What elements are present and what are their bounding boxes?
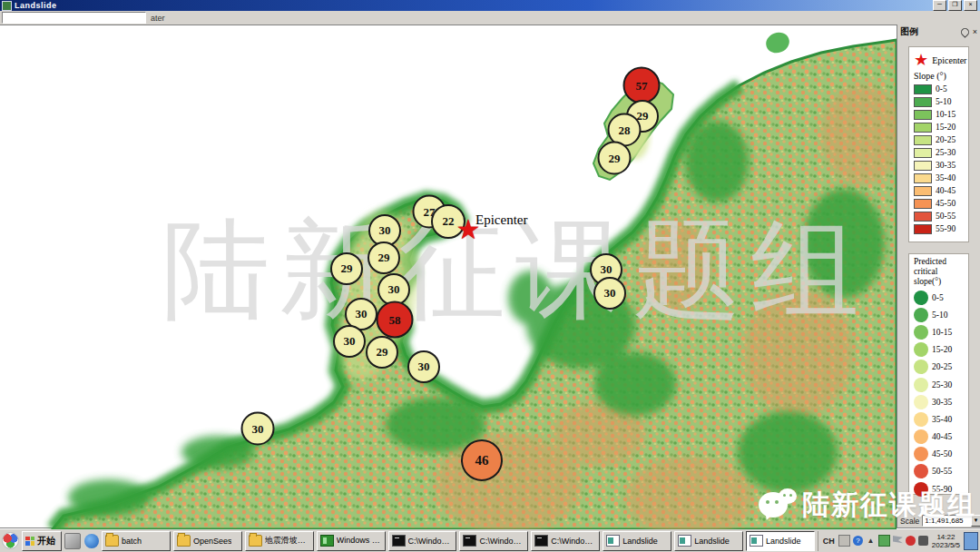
slope-raster-map — [0, 25, 897, 529]
slope-legend-rows: 0-5 5-10 10-15 15-20 — [914, 83, 968, 235]
minimize-button[interactable]: ─ — [933, 0, 946, 11]
toolbar: ater — [0, 11, 980, 25]
printer-tray-icon[interactable] — [838, 535, 850, 547]
slope-marker[interactable]: 29 — [598, 142, 632, 175]
maximize-button[interactable]: ❐ — [948, 0, 962, 11]
marker-value: 30 — [252, 421, 264, 436]
slope-marker[interactable]: 46 — [461, 439, 503, 481]
taskbar-window-button[interactable]: Landslide — [603, 531, 671, 551]
bottom-watermark: 陆新征课题组 — [759, 487, 976, 524]
taskbar-window-button[interactable]: C:\Windows\s... — [531, 531, 600, 551]
legend-range-label: 10-15 — [936, 110, 956, 119]
legend-close-icon[interactable]: × — [973, 28, 977, 36]
legend-color-swatch — [914, 148, 932, 158]
clock: 14:22 2023/5/5 — [932, 533, 960, 549]
legend-color-swatch — [914, 84, 932, 94]
help-tray-icon[interactable]: ? — [853, 536, 863, 546]
slope-marker[interactable]: 30 — [593, 277, 626, 310]
input-language-indicator[interactable]: CH — [823, 537, 835, 546]
taskbar-window-label: batch — [122, 537, 142, 546]
quicklaunch-gray-icon[interactable] — [64, 533, 81, 549]
legend-color-swatch — [914, 199, 932, 209]
legend-color-swatch — [914, 110, 932, 120]
taskbar-window-label: Landslide — [694, 537, 730, 546]
legend-row: 20-25 — [914, 359, 968, 376]
marker-value: 46 — [475, 453, 489, 468]
legend-row: 30-35 — [914, 159, 968, 172]
slope-marker[interactable]: 29 — [366, 336, 398, 369]
taskbar-window-button[interactable]: OpenSees — [173, 531, 242, 551]
marker-value: 30 — [356, 307, 368, 321]
slope-marker[interactable]: 29 — [330, 252, 363, 285]
critical-slope-legend-box: Predicted critical slope(°) 0-5 5-10 10-… — [908, 253, 969, 495]
taskbar-window-button[interactable]: Landslide — [674, 531, 743, 551]
legend-epicenter-star-icon: ★ — [914, 52, 928, 68]
legend-range-label: 30-35 — [932, 398, 952, 407]
legend-range-label: 15-20 — [932, 345, 952, 354]
slope-legend-box: ★ Epicenter Slope (°) 0-5 5-10 10-15 — [908, 46, 969, 242]
slope-marker[interactable]: 29 — [368, 242, 400, 274]
quicklaunch-blue-icon[interactable] — [84, 534, 99, 548]
pin-icon[interactable] — [959, 26, 971, 38]
taskbar-window-label: C:\Windows\s... — [551, 537, 596, 546]
flag-tray-icon[interactable] — [893, 536, 903, 546]
slope-marker[interactable]: 57 — [623, 67, 661, 104]
legend-circle-swatch — [914, 464, 928, 478]
legend-range-label: 25-30 — [936, 148, 956, 157]
taskbar-window-icon — [105, 535, 119, 547]
show-desktop-button[interactable] — [964, 532, 978, 550]
slope-marker[interactable]: 30 — [407, 350, 440, 383]
legend-row: 55-90 — [914, 222, 968, 235]
marker-value: 30 — [604, 286, 616, 301]
taskbar-window-button[interactable]: C:\Windows\s... — [388, 531, 457, 551]
slope-marker[interactable]: 58 — [377, 301, 414, 339]
legend-range-label: 25-30 — [932, 380, 952, 389]
legend-range-label: 0-5 — [932, 293, 944, 302]
legend-range-label: 5-10 — [932, 310, 947, 320]
taskbar-window-label: 地震滑坡计算... — [265, 535, 310, 547]
legend-circle-swatch — [914, 395, 928, 409]
legend-circle-swatch — [914, 291, 928, 305]
green-tray-icon[interactable] — [878, 535, 890, 547]
marker-value: 29 — [378, 251, 390, 265]
taskbar: 开始 batch OpenSees 地震滑坡计算... — [0, 528, 980, 552]
map-canvas[interactable]: 陆新征课题组 ★ Epicenter 57 29 28 29 27 — [0, 25, 897, 529]
close-button[interactable]: × — [964, 0, 977, 11]
expand-tray-icon[interactable]: ▲ — [866, 536, 876, 546]
legend-color-swatch — [914, 173, 932, 183]
taskbar-window-button[interactable]: batch — [102, 531, 171, 551]
legend-row: 40-45 — [914, 429, 968, 446]
start-button[interactable]: 开始 — [22, 531, 62, 551]
quick-launch — [64, 533, 99, 549]
legend-range-label: 40-45 — [932, 432, 952, 441]
toolbar-partial-label: ater — [151, 14, 165, 23]
layer-combo-input[interactable] — [2, 12, 146, 24]
legend-row: 0-5 — [914, 289, 968, 306]
legend-row: 10-15 — [914, 108, 968, 121]
legend-row: 35-40 — [914, 172, 968, 184]
critical-legend-title-1: Predicted critical — [914, 257, 946, 276]
legend-range-label: 35-40 — [936, 173, 956, 182]
legend-color-swatch — [914, 161, 932, 171]
alert-tray-icon[interactable] — [906, 536, 916, 546]
legend-row: 25-30 — [914, 376, 968, 393]
slope-marker[interactable]: 30 — [333, 325, 366, 358]
legend-range-label: 50-55 — [936, 212, 956, 221]
legend-range-label: 15-20 — [936, 123, 956, 132]
legend-panel: 图例 × ★ Epicenter Slope (°) 0-5 5-10 — [897, 25, 980, 528]
taskbar-window-button[interactable]: C:\Windows\s... — [459, 531, 528, 551]
window-titlebar: Landslide ─ ❐ × — [0, 0, 980, 11]
taskbar-window-label: C:\Windows\s... — [479, 537, 524, 546]
taskbar-window-button[interactable]: Windows 任务... — [317, 531, 386, 551]
legend-row: 20-25 — [914, 133, 968, 146]
legend-circle-swatch — [914, 342, 928, 357]
colored-circles-app-icon[interactable] — [2, 532, 19, 549]
slope-marker[interactable]: 30 — [241, 412, 275, 446]
tray-icons: ? ▲ — [838, 535, 928, 547]
legend-row: 45-50 — [914, 197, 968, 210]
taskbar-window-button[interactable]: 地震滑坡计算... — [245, 531, 314, 551]
taskbar-window-label: Landslide — [622, 537, 658, 546]
legend-row: 15-20 — [914, 121, 968, 133]
taskbar-window-button[interactable]: Landslide — [746, 531, 815, 551]
device-tray-icon[interactable] — [918, 536, 928, 546]
